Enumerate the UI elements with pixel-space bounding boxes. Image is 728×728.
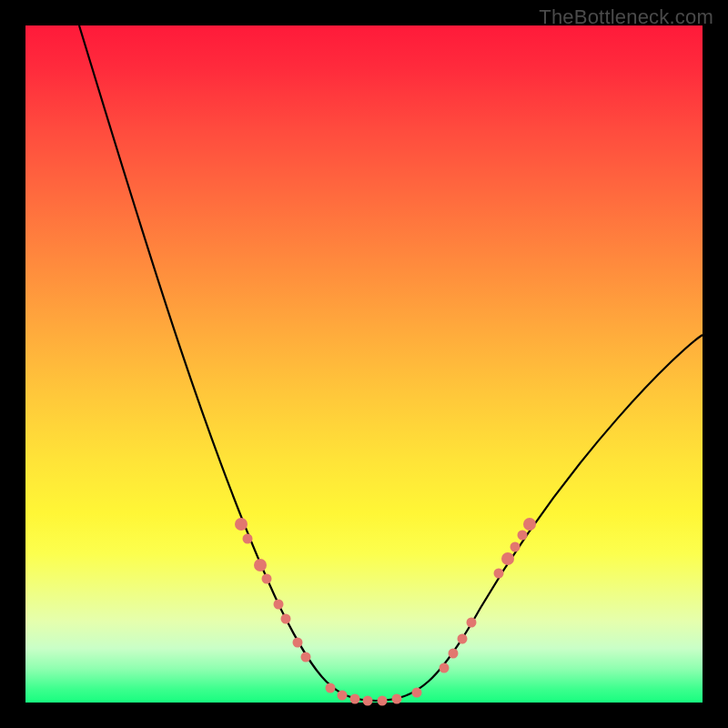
data-marker xyxy=(301,652,311,662)
data-marker xyxy=(281,614,291,624)
data-marker xyxy=(350,694,360,704)
data-marker xyxy=(440,663,450,673)
data-marker xyxy=(326,683,336,693)
data-marker xyxy=(523,518,536,531)
chart-frame: TheBottleneck.com xyxy=(0,0,728,728)
data-marker xyxy=(243,534,253,544)
data-marker xyxy=(494,569,504,579)
data-marker xyxy=(511,542,521,552)
data-marker xyxy=(274,600,284,610)
data-marker xyxy=(449,649,459,659)
data-marker xyxy=(501,552,514,565)
chart-svg xyxy=(25,25,703,703)
marker-group xyxy=(235,518,536,706)
data-marker xyxy=(458,634,468,644)
data-marker xyxy=(392,694,402,704)
data-marker xyxy=(363,696,373,706)
watermark-text: TheBottleneck.com xyxy=(539,5,713,29)
bottleneck-curve xyxy=(79,25,703,701)
data-marker xyxy=(262,574,272,584)
data-marker xyxy=(518,531,528,541)
data-marker xyxy=(378,696,388,706)
data-marker xyxy=(467,618,477,628)
data-marker xyxy=(293,638,303,648)
data-marker xyxy=(338,691,348,701)
data-marker xyxy=(235,518,248,531)
data-marker xyxy=(254,559,267,571)
data-marker xyxy=(412,688,422,698)
